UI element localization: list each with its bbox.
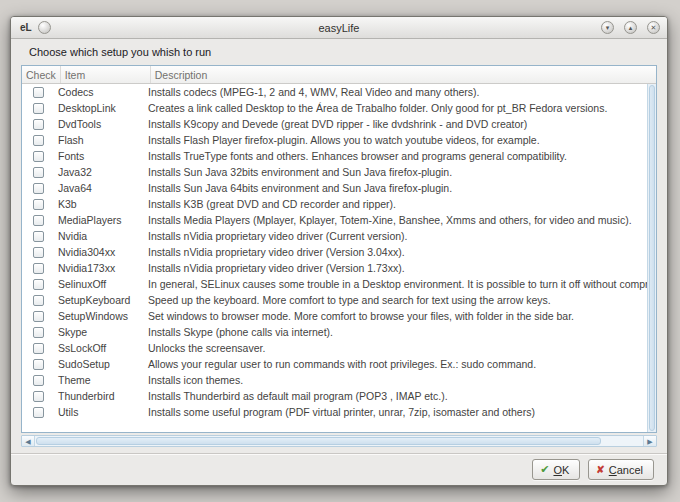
row-description: Installs codecs (MPEG-1, 2 and 4, WMV, R… [144,86,647,98]
table-row[interactable]: Java64 Installs Sun Java 64bits environm… [22,180,647,196]
close-button[interactable]: ✕ [647,21,660,34]
row-check-cell [22,167,54,178]
table-row[interactable]: Nvidia304xx Installs nVidia proprietary … [22,244,647,260]
table-row[interactable]: SsLockOff Unlocks the screensaver. [22,340,647,356]
column-header-description[interactable]: Description [151,66,656,83]
table-row[interactable]: SetupKeyboard Speed up the keyboard. Mor… [22,292,647,308]
maximize-button[interactable]: ▴ [624,21,637,34]
easylife-window: eL easyLife ▾ ▴ ✕ Choose which setup you… [10,16,668,486]
cancel-button[interactable]: ✘ Cancel [588,459,654,480]
row-check-cell [22,327,54,338]
vertical-scrollbar[interactable] [647,84,656,432]
horizontal-scrollbar-track[interactable] [35,436,643,446]
row-checkbox[interactable] [33,391,44,402]
table-row[interactable]: SelinuxOff In general, SELinux causes so… [22,276,647,292]
row-check-cell [22,359,54,370]
prompt-text: Choose which setup you whish to run [29,46,657,58]
table-row[interactable]: Thunderbird Installs Thunderbird as defa… [22,388,647,404]
dialog-button-row: ✔ OK ✘ Cancel [11,453,667,485]
column-header-check[interactable]: Check [22,66,61,83]
row-description: Set windows to browser mode. More comfor… [144,310,647,322]
row-item: SetupWindows [54,310,144,322]
table-row[interactable]: MediaPlayers Installs Media Players (Mpl… [22,212,647,228]
row-item: Codecs [54,86,144,98]
row-checkbox[interactable] [33,135,44,146]
window-menu-button[interactable] [38,21,51,34]
row-checkbox[interactable] [33,327,44,338]
scroll-left-button[interactable]: ◀ [22,436,35,446]
row-item: Java32 [54,166,144,178]
row-description: Installs some useful program (PDF virtua… [144,406,647,418]
row-description: Installs nVidia proprietary video driver… [144,246,647,258]
row-item: SudoSetup [54,358,144,370]
row-checkbox[interactable] [33,311,44,322]
row-check-cell [22,391,54,402]
scroll-right-button[interactable]: ▶ [643,436,656,446]
vertical-scrollbar-thumb[interactable] [649,85,655,431]
table-row[interactable]: Utils Installs some useful program (PDF … [22,404,647,420]
table-row[interactable]: SetupWindows Set windows to browser mode… [22,308,647,324]
table-row[interactable]: Nvidia Installs nVidia proprietary video… [22,228,647,244]
table-row[interactable]: Codecs Installs codecs (MPEG-1, 2 and 4,… [22,84,647,100]
row-item: DvdTools [54,118,144,130]
row-checkbox[interactable] [33,119,44,130]
table-row[interactable]: Nvidia173xx Installs nVidia proprietary … [22,260,647,276]
row-description: Installs Skype (phone calls via internet… [144,326,647,338]
row-checkbox[interactable] [33,183,44,194]
row-item: SsLockOff [54,342,144,354]
horizontal-scrollbar-thumb[interactable] [36,437,601,445]
table-row[interactable]: K3b Installs K3B (great DVD and CD recor… [22,196,647,212]
ok-button-label: OK [553,464,569,476]
row-checkbox[interactable] [33,231,44,242]
row-checkbox[interactable] [33,359,44,370]
table-row[interactable]: Flash Installs Flash Player firefox-plug… [22,132,647,148]
cancel-x-icon: ✘ [596,465,604,475]
ok-button[interactable]: ✔ OK [532,459,580,480]
table-row[interactable]: Java32 Installs Sun Java 32bits environm… [22,164,647,180]
row-description: Installs Media Players (Mplayer, Kplayer… [144,214,647,226]
row-checkbox[interactable] [33,215,44,226]
minimize-button[interactable]: ▾ [601,21,614,34]
row-checkbox[interactable] [33,343,44,354]
app-icon: eL [20,22,32,33]
scroll-left-icon: ◀ [25,438,30,445]
row-checkbox[interactable] [33,295,44,306]
row-item: Java64 [54,182,144,194]
row-checkbox[interactable] [33,375,44,386]
row-checkbox[interactable] [33,103,44,114]
row-description: Installs TrueType fonts and others. Enha… [144,150,647,162]
titlebar[interactable]: eL easyLife ▾ ▴ ✕ [11,17,667,39]
row-item: Nvidia304xx [54,246,144,258]
cancel-button-label: Cancel [609,464,643,476]
row-checkbox[interactable] [33,247,44,258]
row-item: Thunderbird [54,390,144,402]
table-row[interactable]: Fonts Installs TrueType fonts and others… [22,148,647,164]
row-check-cell [22,375,54,386]
row-description: Unlocks the screensaver. [144,342,647,354]
table-body: Codecs Installs codecs (MPEG-1, 2 and 4,… [22,84,647,432]
row-description: Installs nVidia proprietary video driver… [144,262,647,274]
row-check-cell [22,135,54,146]
row-check-cell [22,103,54,114]
table-row[interactable]: DvdTools Installs K9copy and Devede (gre… [22,116,647,132]
table-row[interactable]: Skype Installs Skype (phone calls via in… [22,324,647,340]
row-checkbox[interactable] [33,279,44,290]
row-description: Installs Sun Java 32bits environment and… [144,166,647,178]
row-check-cell [22,311,54,322]
row-item: Utils [54,406,144,418]
table-row[interactable]: Theme Installs icon themes. [22,372,647,388]
row-item: SelinuxOff [54,278,144,290]
row-description: Installs nVidia proprietary video driver… [144,230,647,242]
table-row[interactable]: DesktopLink Creates a link called Deskto… [22,100,647,116]
horizontal-scrollbar[interactable]: ◀ ▶ [21,435,657,447]
row-checkbox[interactable] [33,151,44,162]
column-header-item[interactable]: Item [61,66,151,83]
row-checkbox[interactable] [33,199,44,210]
row-checkbox[interactable] [33,407,44,418]
row-item: Nvidia173xx [54,262,144,274]
row-checkbox[interactable] [33,167,44,178]
row-checkbox[interactable] [33,87,44,98]
row-checkbox[interactable] [33,263,44,274]
table-row[interactable]: SudoSetup Allows your regular user to ru… [22,356,647,372]
row-item: Fonts [54,150,144,162]
